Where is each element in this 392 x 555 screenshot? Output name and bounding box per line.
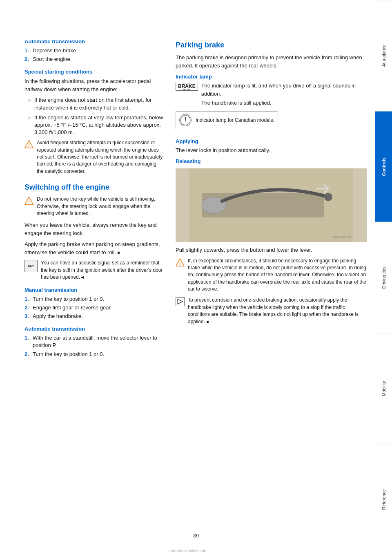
warning-box-2: ! Do not remove the key while the vehicl… [24, 196, 163, 217]
warning-icon-2: ! [24, 196, 33, 205]
sidebar-item-driving-tips[interactable]: Driving tips [375, 222, 392, 333]
canadian-text: Indicator lamp for Canadian models. [196, 116, 274, 124]
auto-trans-step-2: 2. Start the engine. [24, 56, 163, 63]
svg-text:!: ! [28, 143, 30, 148]
back-symbol-1: ◄ [116, 250, 120, 255]
sidebar-item-at-a-glance[interactable]: At a glance [375, 0, 392, 111]
auto-trans2-step-2: 2. Turn the key to position 1 or 0. [24, 351, 163, 358]
applying-title: Applying [176, 138, 367, 144]
indicator-row-1: The indicator lamp is lit, and when you … [201, 82, 367, 98]
indicator-text-group: The indicator lamp is lit, and when you … [201, 82, 367, 107]
right-column: Parking brake The parking brake is desig… [176, 33, 367, 539]
left-column: Automatic transmission 1. Depress the br… [24, 33, 163, 539]
note-icon-1: KEY [24, 260, 38, 272]
warning-icon-1: ! [24, 140, 33, 149]
manual-trans-steps: 1. Turn the key to position 1 or 0. 2. E… [24, 295, 163, 320]
manual-step-2: 2. Engage first gear or reverse gear. [24, 304, 163, 311]
svg-point-10 [324, 193, 332, 201]
main-content: Automatic transmission 1. Depress the br… [0, 0, 375, 555]
warning-icon-3: ! [176, 258, 185, 267]
sidebar-item-controls[interactable]: Controls [375, 111, 392, 222]
auto-trans2-title: Automatic transmission [24, 326, 163, 332]
para-parking-brake: Apply the parking brake when parking on … [24, 240, 163, 256]
special-conditions-title: Special starting conditions [24, 69, 163, 75]
manual-step-3: 3. Apply the handbrake. [24, 313, 163, 320]
applying-text: The lever locks in position automaticall… [176, 146, 367, 154]
auto-trans-steps: 1. Depress the brake. 2. Start the engin… [24, 47, 163, 63]
auto-trans-title: Automatic transmission [24, 38, 163, 45]
svg-text:!: ! [28, 199, 30, 204]
special-condition-2: If the engine is started at very low tem… [24, 114, 163, 137]
sidebar-item-mobility[interactable]: Mobility [375, 333, 392, 444]
sidebar: At a glance Controls Driving tips Mobili… [375, 0, 392, 555]
watermark: carmanualonline.info [0, 548, 375, 553]
indicator-lamp-section: BRAKE The indicator lamp is lit, and whe… [176, 82, 367, 107]
svg-text:!: ! [179, 261, 181, 266]
svg-point-6 [185, 117, 186, 118]
back-symbol-4: ◄ [205, 319, 209, 324]
warning-text-1: Avoid frequent starting attempts in quic… [37, 139, 163, 175]
special-condition-1: If the engine does not start on the firs… [24, 96, 163, 111]
page-container: Automatic transmission 1. Depress the br… [0, 0, 392, 555]
svg-marker-14 [178, 299, 183, 304]
switching-title: Switching off the engine [24, 183, 163, 192]
note-box-2: To prevent corrosion and one-sided braki… [176, 297, 367, 325]
back-symbol-2: ◄ [80, 275, 85, 280]
manual-step-1: 1. Turn the key to position 1 or 0. [24, 295, 163, 303]
auto-trans2-step-1: 1. With the car at a standstill, move th… [24, 334, 163, 349]
warning-text-3: If, in exceptional circumstances, it sho… [188, 257, 367, 293]
auto-trans-step-1: 1. Depress the brake. [24, 47, 163, 54]
canadian-indicator: ! Indicator lamp for Canadian models. [176, 111, 278, 129]
note-text-1: You can have an acoustic signal set as a… [41, 260, 163, 281]
auto-trans2-steps: 1. With the car at a standstill, move th… [24, 334, 163, 358]
warning-box-1: ! Avoid frequent starting attempts in qu… [24, 139, 163, 175]
arrow-right-icon [176, 297, 185, 306]
release-para: Pull slightly upwards, press the button … [176, 246, 367, 254]
manual-trans-title: Manual transmission [24, 287, 163, 293]
note-box-1: KEY You can have an acoustic signal set … [24, 260, 163, 281]
warning-text-2: Do not remove the key while the vehicle … [37, 196, 163, 217]
releasing-title: Releasing [176, 158, 367, 164]
canadian-icon: ! [179, 114, 192, 126]
special-conditions-intro: In the following situations, press the a… [24, 77, 163, 93]
sidebar-item-reference[interactable]: Reference [375, 444, 392, 555]
parking-brake-intro: The parking brake is designed primarily … [176, 54, 367, 69]
svg-text:VIN:11-E29-04: VIN:11-E29-04 [332, 235, 351, 238]
parking-brake-title: Parking brake [176, 41, 367, 49]
indicator-row-2: The handbrake is still applied. [201, 99, 367, 107]
special-conditions-list: If the engine does not start on the firs… [24, 96, 163, 136]
parking-brake-image: VIN:11-E29-04 [176, 168, 367, 242]
para-remove-key: When you leave the vehicle, always remov… [24, 221, 163, 237]
warning-box-3: ! If, in exceptional circumstances, it s… [176, 257, 367, 293]
indicator-lamp-title: Indicator lamp [176, 74, 367, 80]
brake-badge: BRAKE [178, 83, 196, 89]
note-text-2: To prevent corrosion and one-sided braki… [188, 297, 367, 325]
page-number: 39 [189, 528, 203, 543]
